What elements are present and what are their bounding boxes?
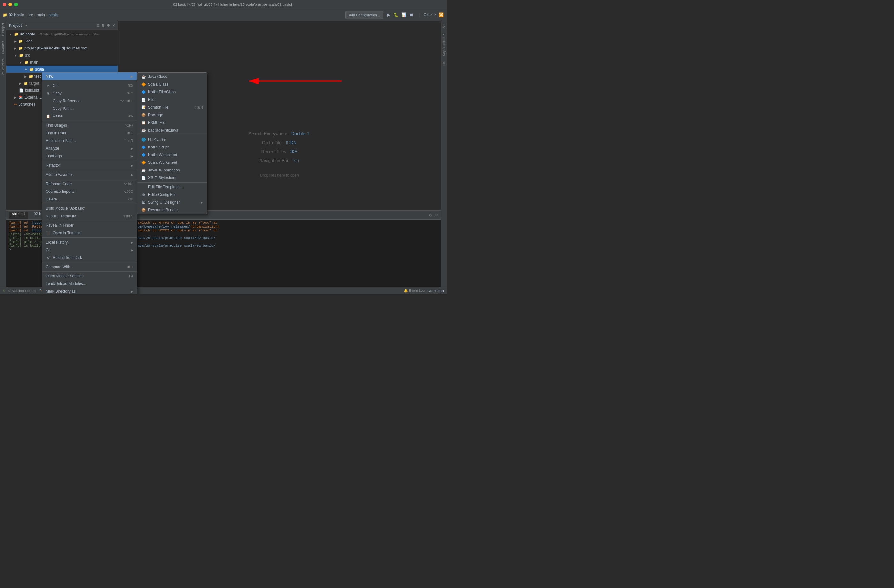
menu-findbugs[interactable]: FindBugs ▶ (42, 152, 137, 160)
ctx-sep6 (42, 204, 137, 204)
submenu-scala-worksheet[interactable]: 🔶 Scala Worksheet (137, 159, 207, 166)
collapse-all-icon[interactable]: ⊟ (97, 23, 100, 28)
menu-paste[interactable]: 📋 Paste ⌘V (42, 112, 137, 120)
close-button[interactable] (3, 3, 6, 6)
run-icon[interactable]: ▶ (385, 12, 392, 18)
panel-header-icons: ⊟ ⇅ ⚙ ✕ (97, 23, 115, 28)
breadcrumb-scala[interactable]: scala (49, 13, 58, 17)
breadcrumb-src[interactable]: src (28, 13, 33, 17)
panel-title: Project (9, 23, 22, 28)
menu-build-module[interactable]: Build Module '02-basic' (42, 205, 137, 212)
toolbar-run-icons: ▶ 🐛 📊 ⏹ | Git: ✓ ✓ 🔀 (385, 12, 444, 18)
menu-find-usages[interactable]: Find Usages ⌥F7 (42, 122, 137, 129)
status-left: ⚙ 9: Version Control (3, 289, 36, 293)
git-icon[interactable]: 🔀 (438, 12, 444, 18)
menu-reformat[interactable]: Reformat Code ⌥⌘L (42, 180, 137, 188)
copy-path-icon (46, 106, 51, 111)
submenu-scala-class[interactable]: 🔶 Scala Class (137, 80, 207, 88)
menu-copy-reference[interactable]: Copy Reference ⌥⇧⌘C (42, 97, 137, 105)
copy-icon: ⎘ (46, 90, 51, 96)
submenu-javafx[interactable]: ☕ JavaFXApplication (137, 166, 207, 174)
menu-analyze[interactable]: Analyze ▶ (42, 145, 137, 152)
event-log-label[interactable]: 🔔 Event Log (403, 289, 425, 293)
submenu-html[interactable]: 🌐 HTML File (137, 136, 207, 143)
separator-icon: | (416, 12, 423, 18)
ant-tab[interactable]: Ant (442, 21, 446, 31)
submenu-edit-templates[interactable]: Edit File Templates... (137, 183, 207, 191)
submenu-package[interactable]: 📦 Package (137, 111, 207, 119)
submenu-swing-designer[interactable]: 🖼 Swing UI Designer ▶ (137, 199, 207, 206)
ctx-sep4 (42, 170, 137, 170)
sbt-tab[interactable]: sbt (442, 59, 446, 68)
menu-module-settings[interactable]: Open Module Settings F4 (42, 272, 137, 280)
stop-icon[interactable]: ⏹ (408, 12, 415, 18)
scala-worksheet-icon: 🔶 (141, 160, 146, 165)
scala-class-icon: 🔶 (141, 82, 146, 87)
version-control-label[interactable]: 9: Version Control (8, 289, 36, 293)
submenu-file[interactable]: 📄 File (137, 96, 207, 103)
tree-root[interactable]: ▼ 📁 02-basic ~/03-fwd_git/05-fly-higher-… (6, 31, 118, 38)
menu-cut[interactable]: ✂ Cut ⌘X (42, 82, 137, 89)
git-label: Git: ✓ ✓ (424, 13, 437, 17)
coverage-icon[interactable]: 📊 (401, 12, 407, 18)
breadcrumb-project[interactable]: 📁 (3, 13, 8, 17)
menu-load-unload[interactable]: Load/Unload Modules... (42, 280, 137, 288)
menu-copy-path[interactable]: Copy Path... (42, 105, 137, 112)
ctx-sep2 (42, 121, 137, 121)
menu-add-favorites[interactable]: Add to Favorites ▶ (42, 171, 137, 178)
submenu-kotlin-file[interactable]: 🔷 Kotlin File/Class (137, 88, 207, 96)
submenu-fxml[interactable]: 📋 FXML File (137, 119, 207, 127)
submenu-xslt[interactable]: 📄 XSLT Stylesheet (137, 174, 207, 182)
add-configuration-button[interactable]: Add Configuration... (346, 11, 384, 19)
copy-ref-icon (46, 98, 51, 103)
favorites-tab[interactable]: Favorites (1, 39, 5, 56)
structure-tab[interactable]: 2: Structure (1, 56, 5, 77)
menu-optimize-imports[interactable]: Optimize Imports ⌥⌘O (42, 188, 137, 195)
menu-mark-directory[interactable]: Mark Directory as ▶ (42, 288, 137, 294)
kotlin-script-icon: 🔷 (141, 145, 146, 150)
project-tab[interactable]: 1: Project (1, 21, 5, 38)
menu-new-arrow: ▶ (131, 75, 133, 78)
settings-icon[interactable]: ⚙ (429, 213, 432, 217)
menu-git[interactable]: Git ▶ (42, 246, 137, 254)
submenu-package-info[interactable]: ☕ package-info.java (137, 127, 207, 134)
submenu-scratch-file[interactable]: 📝 Scratch File ⇧⌘N (137, 103, 207, 111)
submenu-java-class[interactable]: ☕ Java Class (137, 73, 207, 80)
menu-local-history[interactable]: Local History ▶ (42, 238, 137, 246)
key-promoter-tab[interactable]: Key Promoter X (442, 31, 446, 59)
tree-idea[interactable]: ▶ 📁 .idea (6, 38, 118, 45)
submenu-editorconfig[interactable]: ⚙ EditorConfig File (137, 191, 207, 199)
scroll-icon[interactable]: ⇅ (101, 23, 105, 28)
menu-refactor[interactable]: Refactor ▶ (42, 161, 137, 169)
menu-copy[interactable]: ⎘ Copy ⌘C (42, 89, 137, 97)
settings-icon[interactable]: ⚙ (107, 23, 110, 28)
submenu-kotlin-worksheet[interactable]: 🔷 Kotlin Worksheet (137, 151, 207, 159)
edit-templates-icon (141, 184, 146, 190)
menu-open-terminal[interactable]: ⬛ Open in Terminal (42, 229, 137, 237)
menu-replace-in-path[interactable]: Replace in Path... ⌃⌥R (42, 137, 137, 145)
minimize-button[interactable] (8, 3, 12, 6)
menu-compare-with[interactable]: Compare With... ⌘D (42, 263, 137, 271)
submenu-kotlin-script[interactable]: 🔷 Kotlin Script (137, 143, 207, 151)
debug-icon[interactable]: 🐛 (393, 12, 399, 18)
tree-main[interactable]: ▼ 📁 main (6, 59, 118, 66)
maximize-button[interactable] (14, 3, 18, 6)
tree-scala[interactable]: ▼ 📁 scala (6, 66, 118, 73)
menu-find-in-path[interactable]: Find in Path... ⌘H (42, 129, 137, 137)
sbt-shell-tab[interactable]: sbt shell (9, 212, 28, 219)
close-panel-btn[interactable]: ✕ (435, 213, 438, 217)
tree-src[interactable]: ▼ 📁 src (6, 52, 118, 59)
swing-designer-icon: 🖼 (141, 200, 146, 205)
reload-icon: ↺ (46, 255, 51, 260)
tree-project[interactable]: ▶ 📁 project [02-basic-build] sources roo… (6, 45, 118, 52)
close-panel-icon[interactable]: ✕ (112, 23, 115, 28)
breadcrumb-main[interactable]: main (37, 13, 45, 17)
menu-reload-disk[interactable]: ↺ Reload from Disk (42, 254, 137, 261)
menu-new[interactable]: New ▶ ☕ Java Class 🔶 Scala Class 🔷 Kotli… (42, 72, 137, 80)
submenu-resource-bundle[interactable]: 📦 Resource Bundle (137, 206, 207, 214)
breadcrumb-02basic[interactable]: 02-basic (9, 13, 24, 17)
menu-reveal-finder[interactable]: Reveal in Finder (42, 222, 137, 229)
menu-rebuild[interactable]: Rebuild '<default>' ⇧⌘F9 (42, 212, 137, 220)
traffic-lights (3, 3, 18, 6)
menu-delete[interactable]: Delete... ⌫ (42, 195, 137, 203)
